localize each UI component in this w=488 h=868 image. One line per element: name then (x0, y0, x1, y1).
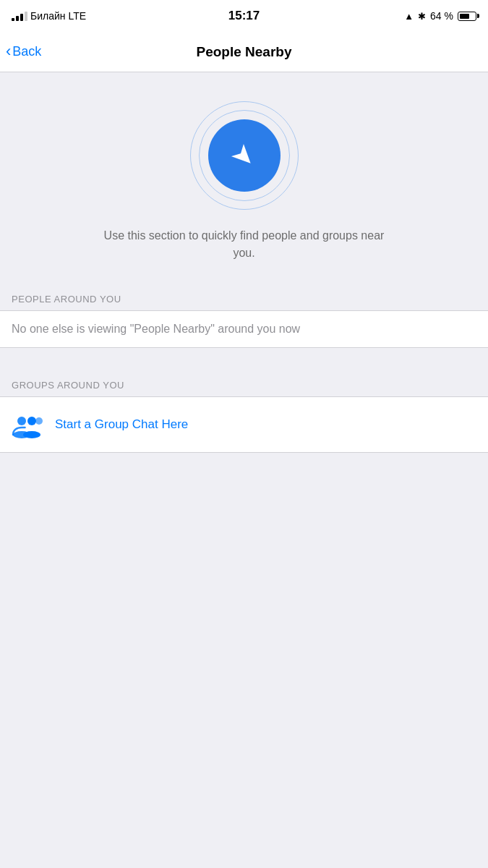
back-button[interactable]: ‹ Back (6, 44, 41, 59)
svg-point-4 (35, 417, 43, 425)
location-arrow-icon: ➤ (226, 137, 262, 173)
start-group-chat-label: Start a Group Chat Here (55, 417, 188, 432)
svg-point-0 (17, 417, 26, 425)
bottom-fill (0, 453, 488, 778)
groups-list: Start a Group Chat Here (0, 397, 488, 452)
location-icon: ▲ (404, 11, 414, 22)
battery-indicator (458, 12, 476, 21)
signal-bar-1 (12, 18, 14, 21)
status-time: 15:17 (228, 9, 260, 23)
carrier-name: Билайн (30, 10, 66, 22)
people-section-header: PEOPLE AROUND YOU (0, 284, 488, 310)
battery-fill (460, 14, 469, 19)
status-bar: Билайн LTE 15:17 ▲ ✱ 64 % (0, 0, 488, 32)
network-type: LTE (69, 10, 87, 22)
people-list: No one else is viewing "People Nearby" a… (0, 311, 488, 347)
start-group-chat-item[interactable]: Start a Group Chat Here (0, 397, 488, 452)
svg-point-2 (27, 417, 36, 425)
battery-percent: 64 % (430, 10, 453, 22)
status-left: Билайн LTE (12, 10, 86, 22)
people-empty-message: No one else is viewing "People Nearby" a… (0, 311, 488, 347)
nav-bar: ‹ Back People Nearby (0, 32, 488, 72)
signal-bar-2 (16, 16, 19, 21)
group-people-icon (12, 409, 43, 441)
radar-animation: ➤ (190, 101, 299, 210)
bluetooth-icon: ✱ (418, 11, 426, 22)
radar-circle: ➤ (208, 119, 281, 192)
page-title: People Nearby (197, 44, 292, 60)
signal-bars (12, 11, 27, 21)
battery-body (458, 12, 476, 21)
groups-section-header: GROUPS AROUND YOU (0, 370, 488, 396)
hero-section: ➤ Use this section to quickly find peopl… (0, 72, 488, 284)
status-right: ▲ ✱ 64 % (404, 10, 476, 22)
section-space (0, 348, 488, 370)
start-group-chat-action[interactable]: Start a Group Chat Here (12, 409, 476, 441)
svg-point-3 (23, 431, 40, 438)
signal-bar-3 (20, 14, 23, 21)
hero-description: Use this section to quickly find people … (93, 227, 396, 262)
back-chevron-icon: ‹ (6, 43, 11, 59)
back-label: Back (12, 44, 41, 59)
signal-bar-4 (25, 12, 27, 21)
